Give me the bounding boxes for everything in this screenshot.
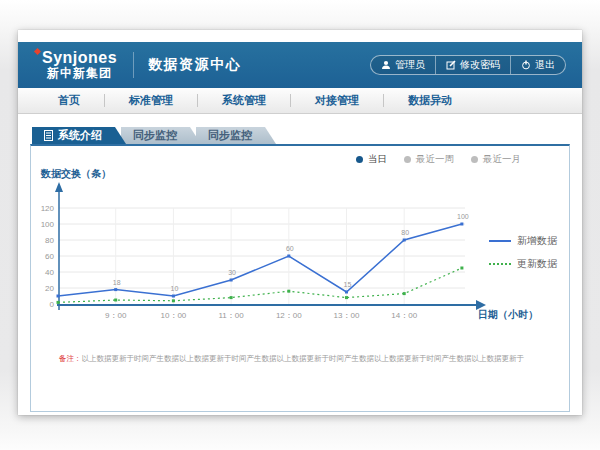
svg-text:80: 80 xyxy=(45,236,54,245)
app-header: Synjones 新中新集团 数据资源中心 管理员 修改密码 xyxy=(18,42,582,88)
legend-item-new-data: 新增数据 xyxy=(489,234,557,248)
main-content: 系统介绍 同步监控 同步监控 当日 最近一周 xyxy=(18,127,582,412)
svg-text:10: 10 xyxy=(171,285,179,292)
user-icon xyxy=(381,60,391,70)
user-toolbar: 管理员 修改密码 退出 xyxy=(370,55,566,75)
svg-text:18: 18 xyxy=(113,279,121,286)
chart-legend: 新增数据 更新数据 xyxy=(489,234,557,271)
svg-text:0: 0 xyxy=(50,300,55,309)
legend-label: 新增数据 xyxy=(517,234,557,248)
footnote: 备注：以上数据更新于时间产生数据以上数据更新于时间产生数据以上数据更新于时间产生… xyxy=(31,354,569,364)
change-password-button[interactable]: 修改密码 xyxy=(436,56,510,74)
admin-label: 管理员 xyxy=(395,58,425,72)
svg-text:20: 20 xyxy=(45,284,54,293)
brand-logo: Synjones 新中新集团 xyxy=(42,50,117,79)
footnote-label: 备注： xyxy=(59,354,82,363)
svg-text:120: 120 xyxy=(41,204,55,213)
app-window: Synjones 新中新集团 数据资源中心 管理员 修改密码 xyxy=(18,30,582,415)
radio-dot-icon xyxy=(356,156,363,163)
tab-label: 系统介绍 xyxy=(58,127,102,144)
nav-item-system-management[interactable]: 系统管理 xyxy=(198,93,290,108)
nav-item-standard-management[interactable]: 标准管理 xyxy=(105,93,197,108)
svg-text:100: 100 xyxy=(41,220,55,229)
svg-text:14：00: 14：00 xyxy=(391,311,417,320)
logo-accent-mark xyxy=(34,48,41,55)
svg-text:60: 60 xyxy=(286,245,294,252)
svg-text:12：00: 12：00 xyxy=(276,311,302,320)
svg-text:9：00: 9：00 xyxy=(105,311,127,320)
header-divider xyxy=(133,52,134,78)
main-navigation: 首页 标准管理 系统管理 对接管理 数据异动 xyxy=(18,88,582,114)
svg-text:30: 30 xyxy=(228,269,236,276)
window-top-strip xyxy=(18,30,582,42)
tab-label: 同步监控 xyxy=(133,129,177,141)
svg-text:40: 40 xyxy=(45,268,54,277)
page-title: 数据资源中心 xyxy=(148,56,241,74)
nav-item-data-change[interactable]: 数据异动 xyxy=(384,93,476,108)
nav-item-interface-management[interactable]: 对接管理 xyxy=(291,93,383,108)
tab-label: 同步监控 xyxy=(208,129,252,141)
svg-text:15: 15 xyxy=(344,281,352,288)
tab-sync-monitor-2[interactable]: 同步监控 xyxy=(196,127,276,144)
radio-dot-icon xyxy=(471,156,478,163)
edit-icon xyxy=(446,60,456,70)
change-password-label: 修改密码 xyxy=(460,58,500,72)
logo-wordmark: Synjones xyxy=(42,50,117,67)
line-chart: 0204060801001209：0010：0011：0012：0013：001… xyxy=(33,164,563,326)
solid-line-swatch-icon xyxy=(489,240,511,242)
svg-text:11：00: 11：00 xyxy=(218,311,244,320)
logo-company-name: 新中新集团 xyxy=(42,67,117,80)
svg-text:60: 60 xyxy=(45,252,54,261)
power-icon xyxy=(521,60,531,70)
document-icon xyxy=(44,130,53,141)
chart-panel: 当日 最近一周 最近一月 0204060801001209：0010：0011：… xyxy=(30,144,570,412)
admin-user-button[interactable]: 管理员 xyxy=(371,56,435,74)
svg-text:数据交换（条）: 数据交换（条） xyxy=(40,168,111,179)
nav-item-home[interactable]: 首页 xyxy=(34,93,104,108)
footnote-text: 以上数据更新于时间产生数据以上数据更新于时间产生数据以上数据更新于时间产生数据以… xyxy=(82,354,525,363)
svg-text:10：00: 10：00 xyxy=(161,311,187,320)
dotted-line-swatch-icon xyxy=(489,263,511,265)
radio-dot-icon xyxy=(404,156,411,163)
tab-system-intro[interactable]: 系统介绍 xyxy=(32,127,126,144)
svg-text:100: 100 xyxy=(457,213,469,220)
svg-text:13：00: 13：00 xyxy=(334,311,360,320)
logout-button[interactable]: 退出 xyxy=(511,56,565,74)
tab-bar: 系统介绍 同步监控 同步监控 xyxy=(32,127,570,144)
tab-sync-monitor-1[interactable]: 同步监控 xyxy=(121,127,201,144)
legend-item-updated-data: 更新数据 xyxy=(489,257,557,271)
logout-label: 退出 xyxy=(535,58,555,72)
svg-text:日期（小时）: 日期（小时） xyxy=(478,309,538,320)
svg-text:80: 80 xyxy=(401,229,409,236)
legend-label: 更新数据 xyxy=(517,257,557,271)
